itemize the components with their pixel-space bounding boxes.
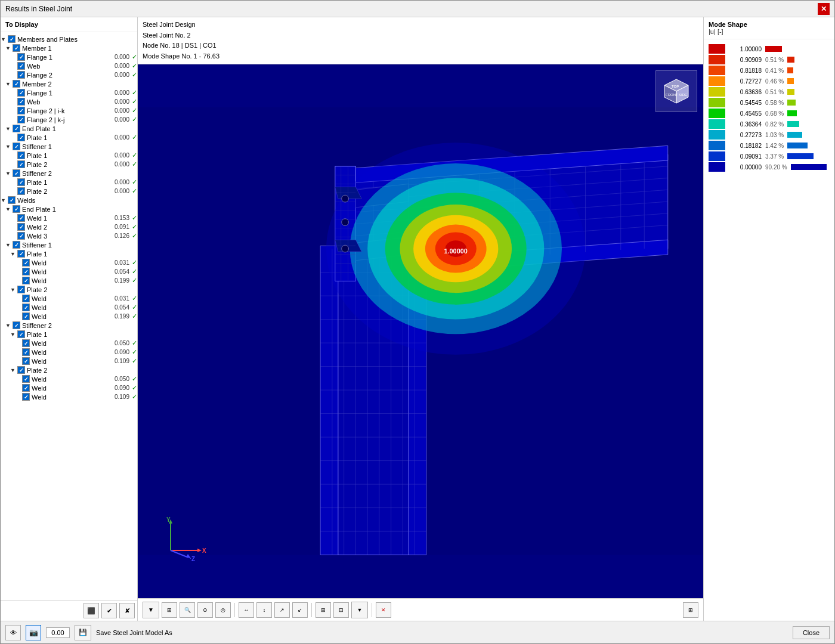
tree-item-weld_stiffener2[interactable]: Stiffener 2: [1, 321, 137, 330]
tree-checkbox[interactable]: [17, 286, 25, 293]
tree-checkbox[interactable]: [22, 348, 30, 356]
view-btn-3[interactable]: ⊙: [197, 602, 213, 618]
view-btn-5[interactable]: ↔: [239, 602, 254, 618]
tree-item-s1_plate2[interactable]: Plate 20.000✓: [1, 160, 137, 169]
tree-arrow[interactable]: [10, 332, 17, 338]
tree-checkbox[interactable]: [13, 169, 20, 177]
tree-checkbox[interactable]: [17, 71, 25, 79]
tree-arrow[interactable]: [10, 251, 17, 257]
tree-item-welds[interactable]: Welds: [1, 196, 137, 205]
view-btn-10[interactable]: ⊡: [333, 602, 349, 618]
tree-checkbox[interactable]: [22, 375, 30, 383]
tree-item-weld_stiffener1[interactable]: Stiffener 1: [1, 240, 137, 249]
tree-arrow[interactable]: [5, 206, 13, 212]
tree-checkbox[interactable]: [13, 143, 20, 150]
tree-item-ws2_p2_weld1[interactable]: Weld0.050✓: [1, 374, 137, 383]
tree-item-member2[interactable]: Member 2: [1, 79, 137, 88]
tree-item-ep_weld1[interactable]: Weld 10.153✓: [1, 213, 137, 222]
tree-checkbox[interactable]: [17, 107, 25, 114]
tree-checkbox[interactable]: [17, 151, 25, 159]
tree-item-ws2_p2_weld3[interactable]: Weld0.109✓: [1, 392, 137, 401]
tree-item-web2[interactable]: Web0.000✓: [1, 97, 137, 106]
view-btn-9[interactable]: ⊞: [316, 602, 331, 618]
tree-item-ep1_plate1[interactable]: Plate 10.000✓: [1, 133, 137, 142]
camera-btn[interactable]: 📷: [26, 625, 41, 640]
tree-item-ws2_p1_weld1[interactable]: Weld0.050✓: [1, 339, 137, 348]
tree-checkbox[interactable]: [17, 134, 25, 141]
tree-checkbox[interactable]: [13, 321, 20, 329]
tree-checkbox[interactable]: [13, 125, 20, 132]
tree-checkbox[interactable]: [17, 160, 25, 168]
view-btn-reset[interactable]: ✕: [376, 602, 391, 618]
tree-item-ws1_p2_weld3[interactable]: Weld0.199✓: [1, 312, 137, 321]
tree-arrow[interactable]: [5, 126, 13, 132]
tree-checkbox[interactable]: [17, 366, 25, 374]
tree-checkbox[interactable]: [22, 268, 30, 275]
window-close-button[interactable]: ✕: [818, 3, 830, 15]
tree-item-ws2_plate1[interactable]: Plate 1: [1, 330, 137, 339]
tree-item-flange1_1[interactable]: Flange 10.000✓: [1, 52, 137, 61]
tree-arrow[interactable]: [5, 144, 13, 150]
tree-checkbox[interactable]: [17, 214, 25, 222]
view-btn-expand[interactable]: ⊞: [683, 602, 698, 618]
tree-checkbox[interactable]: [22, 304, 30, 311]
tree-item-members_plates[interactable]: Members and Plates: [1, 35, 137, 44]
tree-item-ws2_p2_weld2[interactable]: Weld0.090✓: [1, 383, 137, 392]
tree-btn-3[interactable]: ✘: [119, 603, 135, 618]
tree-item-flange2_1[interactable]: Flange 20.000✓: [1, 70, 137, 79]
tree-checkbox[interactable]: [22, 357, 30, 365]
tree-checkbox[interactable]: [17, 232, 25, 240]
tree-btn-1[interactable]: ⬛: [84, 603, 99, 618]
tree-item-ws2_p1_weld2[interactable]: Weld0.090✓: [1, 348, 137, 357]
view-btn-dropdown[interactable]: ▼: [143, 602, 159, 618]
tree-checkbox[interactable]: [17, 250, 25, 258]
tree-checkbox[interactable]: [22, 312, 30, 320]
tree-checkbox[interactable]: [13, 241, 20, 249]
tree-item-ws1_p2_weld1[interactable]: Weld0.031✓: [1, 294, 137, 303]
tree-item-flange2_2ik[interactable]: Flange 2 | i-k0.000✓: [1, 106, 137, 115]
view-btn-2[interactable]: 🔍: [180, 602, 195, 618]
tree-checkbox[interactable]: [13, 44, 20, 52]
tree-checkbox[interactable]: [22, 259, 30, 267]
tree-item-ws1_p1_weld3[interactable]: Weld0.199✓: [1, 276, 137, 285]
tree-item-ws1_p2_weld2[interactable]: Weld0.054✓: [1, 303, 137, 312]
tree-checkbox[interactable]: [8, 196, 16, 204]
tree-item-stiffener2[interactable]: Stiffener 2: [1, 169, 137, 178]
close-button[interactable]: Close: [793, 626, 830, 639]
tree-arrow[interactable]: [5, 171, 13, 177]
tree-checkbox[interactable]: [17, 62, 25, 70]
tree-item-member1[interactable]: Member 1: [1, 44, 137, 52]
tree-item-flange2_2kj[interactable]: Flange 2 | k-j0.000✓: [1, 115, 137, 124]
tree-arrow[interactable]: [10, 287, 17, 293]
tree-item-ws1_p1_weld1[interactable]: Weld0.031✓: [1, 258, 137, 267]
tree-arrow[interactable]: [5, 242, 13, 248]
tree-item-ws2_p1_weld3[interactable]: Weld0.109✓: [1, 357, 137, 366]
tree-checkbox[interactable]: [13, 205, 20, 213]
tree-checkbox[interactable]: [17, 178, 25, 186]
tree-checkbox[interactable]: [22, 339, 30, 347]
tree-checkbox[interactable]: [17, 330, 25, 338]
tree-checkbox[interactable]: [17, 98, 25, 106]
view-btn-1[interactable]: ⊞: [162, 602, 177, 618]
tree-item-s1_plate1[interactable]: Plate 10.000✓: [1, 151, 137, 160]
tree-checkbox[interactable]: [22, 277, 30, 284]
tree-arrow[interactable]: [1, 36, 8, 42]
view-btn-11[interactable]: ▼: [352, 602, 367, 618]
tree-item-ws1_p1_weld2[interactable]: Weld0.054✓: [1, 267, 137, 276]
tree-arrow[interactable]: [1, 197, 8, 203]
tree-arrow[interactable]: [5, 45, 13, 51]
tree-item-ws2_plate2[interactable]: Plate 2: [1, 366, 137, 374]
view-btn-7[interactable]: ↗: [274, 602, 290, 618]
tree-checkbox[interactable]: [22, 295, 30, 302]
tree-arrow[interactable]: [5, 81, 13, 87]
tree-arrow[interactable]: [10, 367, 17, 373]
tree-item-ep_weld3[interactable]: Weld 30.126✓: [1, 231, 137, 240]
tree-checkbox[interactable]: [13, 80, 20, 88]
tree-area[interactable]: Members and PlatesMember 1Flange 10.000✓…: [1, 32, 137, 600]
tree-checkbox[interactable]: [17, 187, 25, 195]
tree-checkbox[interactable]: [8, 35, 16, 43]
tree-item-ep_weld2[interactable]: Weld 20.091✓: [1, 222, 137, 231]
tree-item-s2_plate2[interactable]: Plate 20.000✓: [1, 187, 137, 196]
tree-checkbox[interactable]: [22, 393, 30, 401]
view-btn-4[interactable]: ◎: [215, 602, 231, 618]
